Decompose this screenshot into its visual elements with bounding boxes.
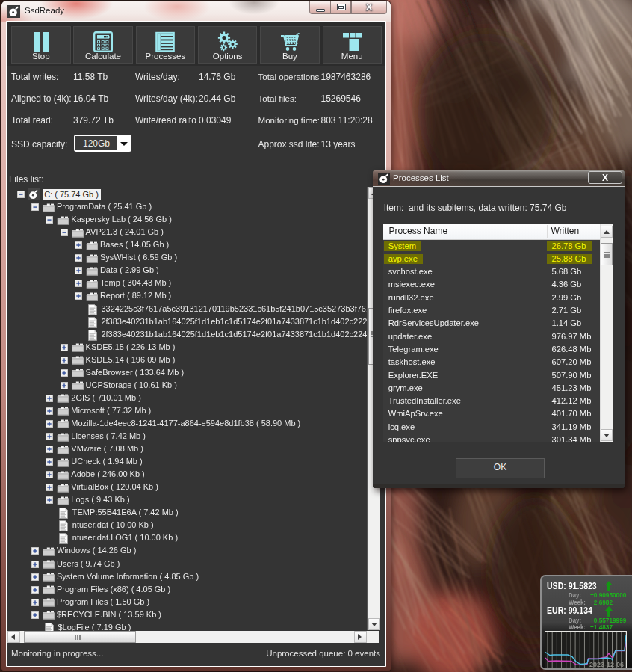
svg-text:2023-12-06: 2023-12-06: [589, 660, 624, 668]
svg-text:111: 111: [106, 35, 110, 38]
